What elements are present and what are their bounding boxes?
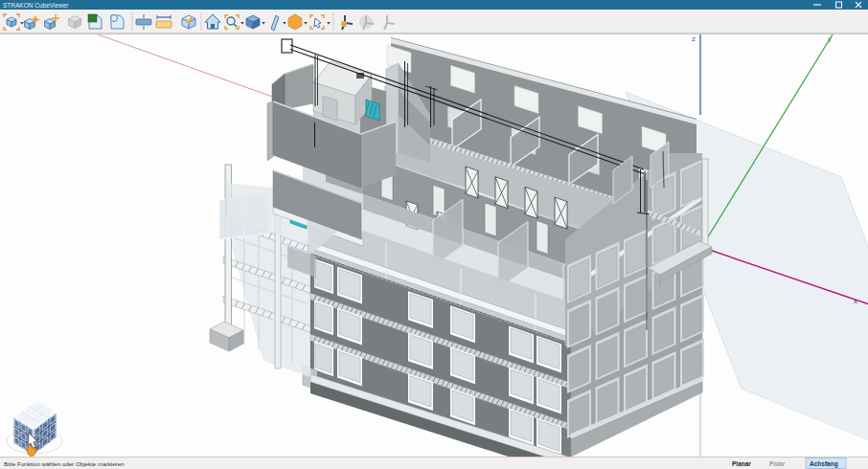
svg-text:STRAKON CubeViewer: STRAKON CubeViewer [3,2,69,9]
svg-text:Planar: Planar [732,460,751,467]
svg-text:Achsfang: Achsfang [810,460,838,468]
svg-text:Bitte Funktion wählen oder Obj: Bitte Funktion wählen oder Objekte marki… [4,460,125,467]
svg-text:z: z [692,34,696,43]
svg-text:y: y [828,34,832,43]
svg-text:x: x [854,297,857,305]
svg-text:Polar: Polar [769,460,786,467]
